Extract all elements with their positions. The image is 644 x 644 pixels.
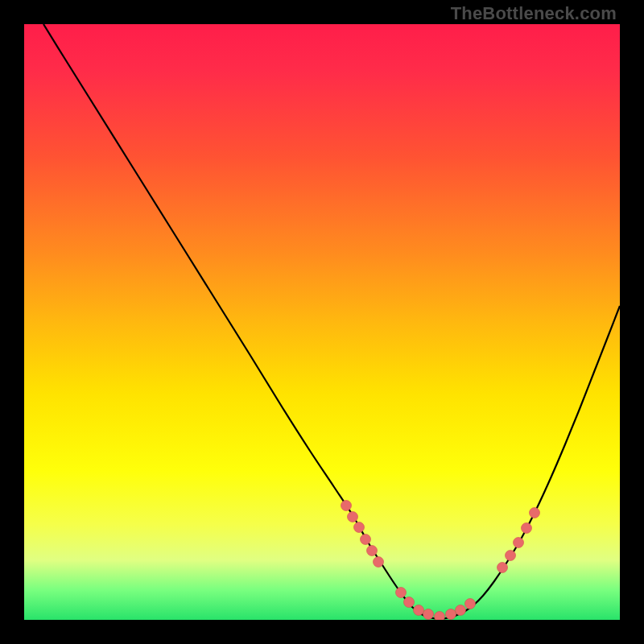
- data-marker: [396, 588, 407, 598]
- data-marker: [456, 605, 466, 616]
- data-marker: [361, 535, 371, 545]
- data-marker: [530, 508, 540, 518]
- data-marker: [404, 597, 415, 608]
- watermark-text: TheBottleneck.com: [451, 5, 617, 23]
- data-marker: [497, 563, 508, 573]
- data-marker: [341, 501, 352, 511]
- data-marker: [465, 599, 476, 609]
- curve-layer: [24, 24, 620, 620]
- data-marker: [367, 546, 378, 556]
- data-marker: [354, 522, 365, 533]
- data-marker: [374, 557, 384, 568]
- data-marker: [423, 609, 434, 620]
- data-marker: [348, 512, 358, 522]
- data-marker: [414, 605, 424, 616]
- bottleneck-curve: [43, 24, 620, 619]
- data-marker: [506, 551, 516, 561]
- data-marker: [435, 612, 445, 621]
- data-marker: [522, 523, 532, 534]
- data-marker: [446, 609, 456, 620]
- data-marker: [514, 538, 524, 548]
